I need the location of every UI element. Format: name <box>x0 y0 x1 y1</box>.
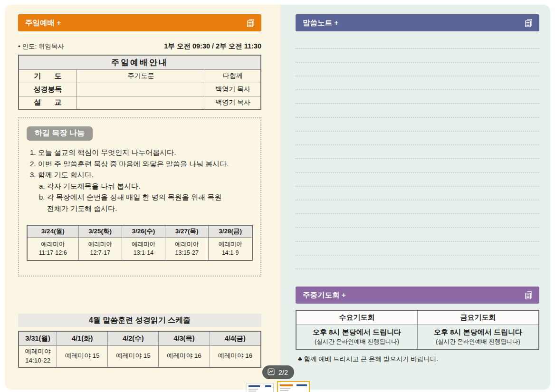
april-schedule-section: 4월 말씀훈련 성경읽기 스케줄 3/31(월) 4/1(화) 4/2(수) 4… <box>18 314 261 368</box>
service-row-label: 기 도 <box>19 69 77 83</box>
week-day-header: 3/28(금) <box>209 225 252 237</box>
reading-book: 예레미야 <box>122 240 165 249</box>
page-right-sermon-notes: 말씀노트 + <box>280 5 550 390</box>
service-row-who: 백영기 목사 <box>205 83 261 96</box>
page-indicator-pill: 2/2 <box>262 365 294 379</box>
april-schedule-title: 4월 말씀훈련 성경읽기 스케줄 <box>18 314 261 327</box>
copy-document-icon[interactable] <box>246 18 256 28</box>
note-line <box>296 63 539 76</box>
weekly-reading-table: 3/24(월) 3/25(화) 3/26(수) 3/27(목) 3/28(금) … <box>27 225 253 261</box>
sunday-worship-section-title: 주일예배 + <box>25 18 61 28</box>
note-line <box>296 76 539 90</box>
prayer-column-header: 수요기도회 <box>296 310 418 325</box>
week-day-header: 3/24(월) <box>27 225 78 237</box>
reading-cell: 예레미야11:17-12:6 <box>27 237 78 260</box>
reading-book: 예레미야 <box>79 240 122 249</box>
note-line <box>296 145 539 159</box>
table-row: 예레미야14:10-22 예레미야 15 예레미야 15 예레미야 16 예레미… <box>19 345 261 367</box>
small-group-sharing-box: 하길 목장 나눔 1. 오늘 설교의 핵심이 무엇인지 나누어봅시다. 2. 이… <box>18 117 261 277</box>
thumbnail-decor <box>280 388 290 389</box>
bulletin-spread: 주일예배 + • 인도: 위임목사 1부 오전 09:30 / 2부 오전 11… <box>5 5 550 390</box>
reading-cell: 예레미야13:15-27 <box>165 237 209 260</box>
reading-cell: 예레미야12:7-17 <box>78 237 122 260</box>
note-line <box>296 49 539 63</box>
reading-book: 예레미야 16 <box>210 352 260 361</box>
page-indicator-text: 2/2 <box>278 369 288 376</box>
april-reading-cell: 예레미야 15 <box>57 345 108 367</box>
note-line <box>296 35 539 49</box>
sharing-list: 1. 오늘 설교의 핵심이 무엇인지 나누어봅시다. 2. 이번 주 말씀훈련 … <box>27 147 253 214</box>
april-schedule-table: 3/31(월) 4/1(화) 4/2(수) 4/3(목) 4/4(금) 예레미야… <box>18 331 261 368</box>
april-day-header: 4/1(화) <box>57 331 108 345</box>
note-line <box>296 159 539 173</box>
reading-range: 11:17-12:6 <box>28 249 78 257</box>
table-row: 예레미야11:17-12:6 예레미야12:7-17 예레미야13:1-14 예… <box>27 237 252 260</box>
image-icon <box>267 368 275 377</box>
reading-range: 13:15-27 <box>165 249 208 257</box>
note-line <box>296 256 539 269</box>
note-line <box>296 90 539 104</box>
note-line <box>296 187 539 201</box>
reading-book: 예레미야 15 <box>57 352 107 361</box>
sermon-notes-section-header[interactable]: 말씀노트 + <box>296 14 539 31</box>
reading-book: 예레미야 15 <box>108 352 158 361</box>
reading-book: 예레미야 16 <box>159 352 209 361</box>
copy-document-icon[interactable] <box>524 290 534 300</box>
midweek-prayer-table: 수요기도회 금요기도회 오후 8시 본당에서 드립니다 (실시간 온라인예배 진… <box>296 310 539 350</box>
prayer-column-header: 금요기도회 <box>418 310 539 325</box>
page-thumbnail-2-selected[interactable] <box>277 381 310 392</box>
sunday-worship-section-header[interactable]: 주일예배 + <box>18 14 261 31</box>
service-row-label: 설 교 <box>19 96 77 109</box>
sharing-badge: 하길 목장 나눔 <box>27 126 93 141</box>
week-day-header: 3/27(목) <box>165 225 209 237</box>
sharing-item: 1. 오늘 설교의 핵심이 무엇인지 나누어봅시다. <box>30 147 253 158</box>
prayer-info-cell: 오후 8시 본당에서 드립니다 (실시간 온라인예배 진행됩니다) <box>296 325 418 349</box>
thumbnail-decor <box>280 384 293 386</box>
thumbnail-decor <box>280 390 288 391</box>
table-row: 주일예배안내 <box>19 55 261 69</box>
service-row-who: 다함께 <box>205 69 261 83</box>
table-row: 오후 8시 본당에서 드립니다 (실시간 온라인예배 진행됩니다) 오후 8시 … <box>296 325 539 349</box>
reading-book: 예레미야 <box>209 240 252 249</box>
reading-range: 12:7-17 <box>79 249 122 257</box>
note-line <box>296 214 539 228</box>
table-row: 성경봉독 백영기 목사 <box>19 83 261 96</box>
sharing-item: a. 각자 기도제목을 나눠 봅시다. <box>39 181 253 192</box>
april-reading-cell: 예레미야 16 <box>210 345 261 367</box>
april-reading-cell: 예레미야14:10-22 <box>19 345 57 367</box>
thumbnail-decor <box>249 391 256 392</box>
week-day-header: 3/25(화) <box>78 225 122 237</box>
midweek-prayer-section-title: 주중기도회 + <box>303 290 346 300</box>
april-day-header: 3/31(월) <box>19 331 57 345</box>
thumbnail-decor <box>249 389 258 390</box>
note-line <box>296 173 539 187</box>
service-row-label: 성경봉독 <box>19 83 77 96</box>
prayer-online-text: (실시간 온라인예배 진행됩니다) <box>418 338 538 346</box>
reading-book: 예레미야 <box>28 240 78 249</box>
service-times-label: 1부 오전 09:30 / 2부 오전 11:30 <box>164 42 261 51</box>
sharing-item: b. 각 목장에서 순번을 정해 매일 한 명의 목원을 위해 목원 <box>39 191 253 203</box>
page-left-sunday-worship: 주일예배 + • 인도: 위임목사 1부 오전 09:30 / 2부 오전 11… <box>5 5 280 390</box>
sermon-notes-section-title: 말씀노트 + <box>303 18 338 28</box>
prayer-time-text: 오후 8시 본당에서 드립니다 <box>297 328 417 337</box>
sharing-item: 2. 이번 주 말씀훈련 묵상 중 마음에 와닿은 말씀을 나눠 봅시다. <box>30 158 253 170</box>
page-thumbnail-1[interactable] <box>247 383 274 392</box>
april-reading-cell: 예레미야 15 <box>108 345 159 367</box>
note-line <box>296 132 539 145</box>
reading-book: 예레미야 <box>165 240 208 249</box>
copy-document-icon[interactable] <box>524 18 534 28</box>
table-row: 설 교 백영기 목사 <box>19 96 261 109</box>
thumbnail-decor <box>249 385 260 387</box>
sermon-notes-area[interactable] <box>296 35 539 269</box>
service-row-content: 주기도문 <box>77 69 205 83</box>
midweek-prayer-section-header[interactable]: 주중기도회 + <box>296 287 539 304</box>
note-line <box>296 104 539 118</box>
prayer-online-text: (실시간 온라인예배 진행됩니다) <box>297 338 417 346</box>
week-day-header: 3/26(수) <box>122 225 165 237</box>
april-day-header: 4/4(금) <box>210 331 261 345</box>
reading-range: 14:1-9 <box>209 249 252 257</box>
sharing-item: 3. 함께 기도 합시다. <box>30 169 253 181</box>
prayer-info-cell: 오후 8시 본당에서 드립니다 (실시간 온라인예배 진행됩니다) <box>418 325 539 349</box>
reading-cell: 예레미야14:1-9 <box>209 237 252 260</box>
reading-cell: 예레미야13:1-14 <box>122 237 165 260</box>
